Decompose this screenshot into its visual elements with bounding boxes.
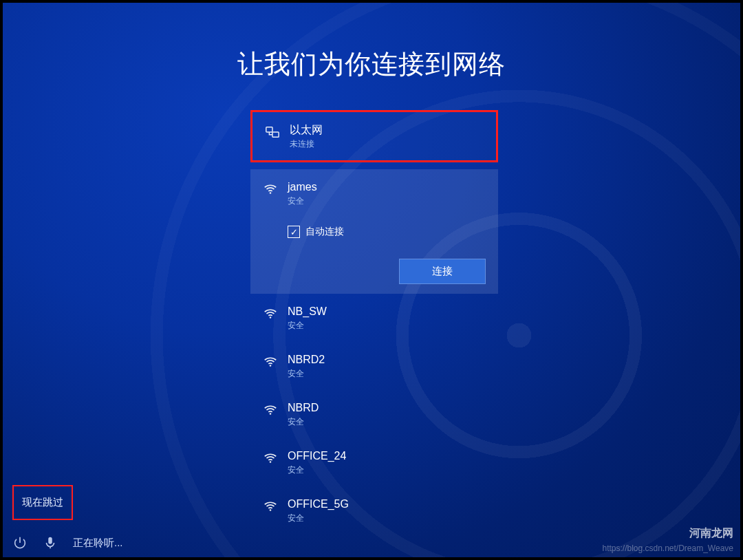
auto-connect-row[interactable]: ✓ 自动连接 [288,226,344,238]
wifi-item-selected[interactable]: james 安全 ✓ 自动连接 连接 [250,169,498,294]
auto-connect-checkbox[interactable]: ✓ [288,226,300,238]
network-list: 以太网 未连接 james 安全 [250,110,498,535]
ethernet-labels: 以太网 未连接 [290,123,484,149]
ethernet-status: 未连接 [290,138,484,149]
svg-point-2 [270,192,272,194]
svg-point-7 [270,509,272,511]
listening-label: 正在聆听... [73,537,123,550]
power-icon[interactable] [12,535,28,550]
wifi-security: 安全 [288,368,486,379]
connect-button[interactable]: 连接 [399,259,486,284]
wifi-name: OFFICE_5G [288,497,486,511]
ethernet-name: 以太网 [290,123,484,137]
wifi-icon [263,354,278,369]
connect-row: 连接 [263,259,486,284]
watermark-brand: 河南龙网 [689,526,733,541]
watermark-url: https://blog.csdn.net/Dream_Weave [602,543,733,553]
page-title: 让我们为你连接到网络 [3,47,740,82]
wifi-icon [263,499,278,514]
wifi-icon [263,451,278,466]
wifi-icon [263,306,278,321]
wifi-item[interactable]: OFFICE_24 安全 [250,438,498,486]
wifi-security: 安全 [288,513,486,524]
microphone-icon[interactable] [43,535,58,550]
skip-button[interactable]: 现在跳过 [12,485,73,520]
wifi-security: 安全 [288,416,486,427]
wifi-security: 安全 [288,320,486,331]
ethernet-item[interactable]: 以太网 未连接 [250,110,498,162]
svg-rect-8 [48,537,52,544]
wifi-icon [263,402,278,418]
wifi-name: NB_SW [288,305,486,319]
wifi-name: NBRD2 [288,353,486,367]
wifi-item[interactable]: NB_SW 安全 [250,294,498,342]
wifi-item[interactable]: NBRD 安全 [250,390,498,438]
oobe-screen: 让我们为你连接到网络 以太网 未连接 [3,3,740,557]
ethernet-icon [265,125,280,140]
wifi-selected-name: james [288,180,486,194]
svg-point-5 [270,413,272,415]
wifi-icon [263,182,278,197]
svg-point-3 [270,316,272,319]
svg-rect-1 [272,132,279,137]
wifi-item[interactable]: OFFICE_5G 安全 [250,486,498,535]
wifi-selected-security: 安全 [288,195,486,206]
wifi-name: OFFICE_24 [288,449,486,463]
svg-rect-0 [266,127,272,132]
wifi-item[interactable]: NBRD2 安全 [250,342,498,390]
svg-point-4 [270,365,272,367]
wifi-selected-labels: james 安全 [288,180,486,206]
wifi-security: 安全 [288,464,486,475]
bottom-bar: 正在聆听... [12,535,123,550]
svg-point-6 [270,461,272,463]
auto-connect-label: 自动连接 [305,226,344,238]
wifi-name: NBRD [288,401,486,415]
